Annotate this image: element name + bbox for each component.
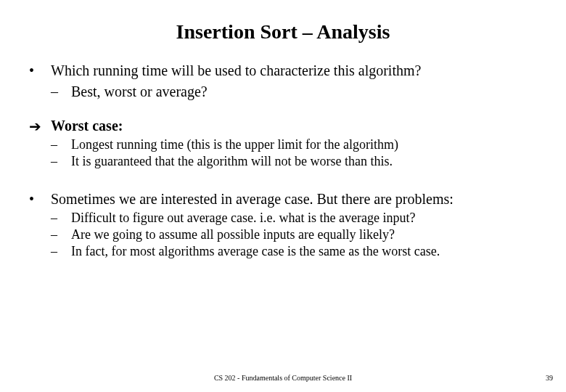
bullet-3-row: • Sometimes we are interested in average…: [29, 191, 537, 208]
arrow-right-icon: ➔: [29, 118, 51, 134]
bullet-2-sub: – Longest running time (this is the uppe…: [29, 137, 537, 169]
bullet-1-sub-1-text: Best, worst or average?: [71, 83, 208, 100]
bullet-3-sub-3-text: In fact, for most algorithms average cas…: [71, 244, 440, 259]
bullet-2-row: ➔ Worst case:: [29, 118, 537, 134]
bullet-3-sub-1-text: Difficult to figure out average case. i.…: [71, 211, 415, 226]
bullet-1-row: • Which running time will be used to cha…: [29, 62, 537, 79]
bullet-2-label: Worst case:: [51, 118, 123, 134]
bullet-1: • Which running time will be used to cha…: [29, 62, 537, 100]
bullet-1-sub: – Best, worst or average?: [29, 83, 537, 100]
slide-title: Insertion Sort – Analysis: [29, 20, 537, 44]
footer-text: CS 202 - Fundamentals of Computer Scienc…: [0, 374, 566, 382]
dash-icon: –: [51, 211, 71, 226]
bullet-1-text: Which running time will be used to chara…: [51, 62, 421, 79]
dash-icon: –: [51, 227, 71, 242]
dash-icon: –: [51, 154, 71, 169]
content-list: • Which running time will be used to cha…: [29, 62, 537, 259]
bullet-2-sub-1: – Longest running time (this is the uppe…: [29, 137, 537, 152]
slide: Insertion Sort – Analysis • Which runnin…: [0, 0, 566, 392]
bullet-3-sub-2-text: Are we going to assume all possible inpu…: [71, 227, 395, 242]
bullet-dot-icon: •: [29, 62, 51, 79]
dash-icon: –: [51, 244, 71, 259]
bullet-2-sub-2-text: It is guaranteed that the algorithm will…: [71, 154, 393, 169]
bullet-3-sub: – Difficult to figure out average case. …: [29, 211, 537, 259]
dash-icon: –: [51, 137, 71, 152]
bullet-3-sub-2: – Are we going to assume all possible in…: [29, 227, 537, 242]
bullet-3-text: Sometimes we are interested in average c…: [51, 191, 454, 208]
bullet-3-sub-1: – Difficult to figure out average case. …: [29, 211, 537, 226]
bullet-2: ➔ Worst case: – Longest running time (th…: [29, 118, 537, 169]
bullet-dot-icon: •: [29, 191, 51, 208]
bullet-1-sub-1: – Best, worst or average?: [29, 83, 537, 100]
dash-icon: –: [51, 83, 71, 100]
bullet-3: • Sometimes we are interested in average…: [29, 191, 537, 259]
page-number: 39: [546, 374, 553, 382]
bullet-2-sub-2: – It is guaranteed that the algorithm wi…: [29, 154, 537, 169]
bullet-2-sub-1-text: Longest running time (this is the upper …: [71, 137, 398, 152]
bullet-3-sub-3: – In fact, for most algorithms average c…: [29, 244, 537, 259]
